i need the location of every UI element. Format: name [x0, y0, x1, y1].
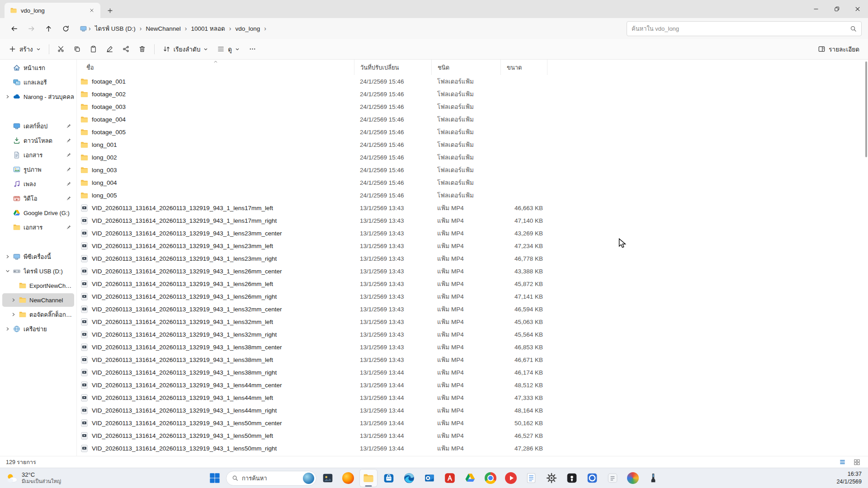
- folder-row[interactable]: footage_00324/1/2569 15:46โฟลเดอร์แฟ้ม: [77, 100, 868, 113]
- paste-button[interactable]: [86, 42, 101, 57]
- rename-button[interactable]: [102, 42, 118, 57]
- forward-button[interactable]: [24, 21, 39, 36]
- taskbar-app-chrome[interactable]: [481, 469, 500, 487]
- folder-row[interactable]: footage_00224/1/2569 15:46โฟลเดอร์แฟ้ม: [77, 88, 868, 100]
- folder-row[interactable]: long_00324/1/2569 15:46โฟลเดอร์แฟ้ม: [77, 164, 868, 176]
- maximize-button[interactable]: [826, 0, 847, 18]
- folder-row[interactable]: footage_00124/1/2569 15:46โฟลเดอร์แฟ้ม: [77, 75, 868, 88]
- search-box[interactable]: [627, 21, 862, 36]
- file-row[interactable]: VID_20260113_131614_20260113_132919_943_…: [77, 417, 868, 429]
- file-row[interactable]: VID_20260113_131614_20260113_132919_943_…: [77, 303, 868, 315]
- file-row[interactable]: VID_20260113_131614_20260113_132919_943_…: [77, 404, 868, 417]
- taskbar-app-outlook[interactable]: [420, 469, 439, 487]
- file-row[interactable]: VID_20260113_131614_20260113_132919_943_…: [77, 328, 868, 341]
- search-highlight-image[interactable]: [303, 473, 314, 484]
- view-button[interactable]: ดู: [213, 42, 244, 57]
- details-pane-button[interactable]: รายละเอียด: [814, 42, 863, 57]
- file-row[interactable]: VID_20260113_131614_20260113_132919_943_…: [77, 442, 868, 455]
- file-row[interactable]: VID_20260113_131614_20260113_132919_943_…: [77, 290, 868, 303]
- column-header-name[interactable]: ชื่อ: [77, 60, 354, 75]
- chevron-right-icon[interactable]: [10, 312, 17, 317]
- taskbar-app-microsoft-store[interactable]: [380, 469, 398, 487]
- more-options-button[interactable]: [245, 42, 260, 57]
- taskbar-app-edge[interactable]: [400, 469, 418, 487]
- folder-row[interactable]: long_00124/1/2569 15:46โฟลเดอร์แฟ้ม: [77, 138, 868, 151]
- file-row[interactable]: VID_20260113_131614_20260113_132919_943_…: [77, 366, 868, 379]
- chevron-right-icon[interactable]: [5, 254, 11, 259]
- share-button[interactable]: [118, 42, 134, 57]
- chevron-down-icon[interactable]: [5, 269, 11, 273]
- taskbar-app-photos[interactable]: [583, 469, 601, 487]
- vertical-scrollbar[interactable]: [864, 61, 867, 455]
- file-row[interactable]: VID_20260113_131614_20260113_132919_943_…: [77, 214, 868, 227]
- column-header-date[interactable]: วันที่ปรับเปลี่ยน: [354, 60, 431, 75]
- close-button[interactable]: [847, 0, 868, 18]
- sidebar-item-newchannel[interactable]: NewChannel: [2, 293, 74, 307]
- up-button[interactable]: [41, 21, 56, 36]
- search-input[interactable]: [632, 25, 846, 32]
- sidebar-item-onedrive[interactable]: Narong - ส่วนบุคคล: [2, 90, 74, 103]
- folder-row[interactable]: long_00424/1/2569 15:46โฟลเดอร์แฟ้ม: [77, 176, 868, 189]
- taskbar-app-pen-tool[interactable]: [644, 469, 662, 487]
- new-tab-button[interactable]: [103, 4, 117, 17]
- taskbar-app-settings[interactable]: [542, 469, 561, 487]
- file-row[interactable]: VID_20260113_131614_20260113_132919_943_…: [77, 202, 868, 214]
- taskbar-app-dark-utility[interactable]: [563, 469, 581, 487]
- sidebar-item-google-drive[interactable]: Google Drive (G:): [2, 206, 74, 220]
- thumbnails-view-toggle[interactable]: [851, 458, 862, 467]
- taskbar-app-firefox[interactable]: [339, 469, 357, 487]
- breadcrumb-item[interactable]: NewChannel: [142, 23, 184, 34]
- folder-row[interactable]: long_00224/1/2569 15:46โฟลเดอร์แฟ้ม: [77, 151, 868, 164]
- sidebar-item-export-newchanel[interactable]: ExportNewChanel: [2, 279, 74, 292]
- chevron-right-icon[interactable]: [10, 298, 17, 302]
- refresh-button[interactable]: [58, 21, 73, 36]
- file-row[interactable]: VID_20260113_131614_20260113_132919_943_…: [77, 277, 868, 290]
- minimize-button[interactable]: [806, 0, 826, 18]
- file-row[interactable]: VID_20260113_131614_20260113_132919_943_…: [77, 341, 868, 353]
- weather-widget[interactable]: 32°C มีเมฆเป็นส่วนใหญ่: [1, 468, 66, 488]
- sidebar-item-home[interactable]: หน้าแรก: [2, 61, 74, 75]
- scrollbar-thumb[interactable]: [865, 61, 867, 157]
- taskbar-app-white-doc[interactable]: [604, 469, 622, 487]
- taskbar-app-red-a[interactable]: [441, 469, 459, 487]
- chevron-right-icon[interactable]: [5, 94, 11, 99]
- start-button[interactable]: [206, 469, 224, 487]
- sidebar-item-gallery[interactable]: แกลเลอรี: [2, 75, 74, 89]
- new-button[interactable]: สร้าง: [5, 42, 45, 57]
- sidebar-item-videos[interactable]: วิดีโอ: [2, 192, 74, 205]
- sidebar-item-this-pc[interactable]: พีซีเครื่องนี้: [2, 250, 74, 263]
- file-row[interactable]: VID_20260113_131614_20260113_132919_943_…: [77, 227, 868, 239]
- file-row[interactable]: VID_20260113_131614_20260113_132919_943_…: [77, 239, 868, 252]
- explorer-tab[interactable]: vdo_long: [5, 3, 100, 18]
- taskbar-app-file-explorer[interactable]: [359, 469, 377, 487]
- column-header-type[interactable]: ชนิด: [431, 60, 500, 75]
- breadcrumb-item[interactable]: vdo_long: [231, 23, 264, 34]
- cut-button[interactable]: [53, 42, 69, 57]
- sidebar-item-network[interactable]: เครือข่าย: [2, 322, 74, 336]
- sidebar-item-thai-folder-2026[interactable]: ตอจัดคลิ๊กต็อก2026: [2, 308, 74, 321]
- copy-button[interactable]: [70, 42, 85, 57]
- taskbar-app-google-drive[interactable]: [461, 469, 479, 487]
- breadcrumb-item[interactable]: 10001 หลอด: [187, 21, 228, 36]
- file-row[interactable]: VID_20260113_131614_20260113_132919_943_…: [77, 265, 868, 277]
- sidebar-item-usb-drive-d[interactable]: ไดรฟ์ USB (D:): [2, 264, 74, 278]
- file-row[interactable]: VID_20260113_131614_20260113_132919_943_…: [77, 429, 868, 442]
- file-row[interactable]: VID_20260113_131614_20260113_132919_943_…: [77, 353, 868, 366]
- folder-row[interactable]: footage_00524/1/2569 15:46โฟลเดอร์แฟ้ม: [77, 126, 868, 138]
- taskbar-app-photos-dark[interactable]: [319, 469, 337, 487]
- back-button[interactable]: [6, 21, 22, 36]
- taskbar-app-notepad[interactable]: [522, 469, 540, 487]
- sort-button[interactable]: เรียงลำดับ: [159, 42, 212, 57]
- chevron-right-icon[interactable]: [5, 327, 11, 331]
- sidebar-item-downloads[interactable]: ดาวน์โหลด: [2, 134, 74, 147]
- file-row[interactable]: VID_20260113_131614_20260113_132919_943_…: [77, 315, 868, 328]
- sidebar-item-desktop[interactable]: เดสก์ท็อป: [2, 119, 74, 133]
- taskbar-search[interactable]: การค้นหา: [226, 471, 316, 486]
- sidebar-item-documents[interactable]: เอกสาร: [2, 148, 74, 162]
- file-row[interactable]: VID_20260113_131614_20260113_132919_943_…: [77, 391, 868, 404]
- system-tray-clock[interactable]: 16:37 24/1/2569: [836, 470, 862, 486]
- column-header-size[interactable]: ขนาด: [500, 60, 547, 75]
- tab-close-icon[interactable]: [87, 5, 97, 15]
- sidebar-item-documents-folder[interactable]: เอกสาร: [2, 221, 74, 234]
- file-row[interactable]: VID_20260113_131614_20260113_132919_943_…: [77, 379, 868, 391]
